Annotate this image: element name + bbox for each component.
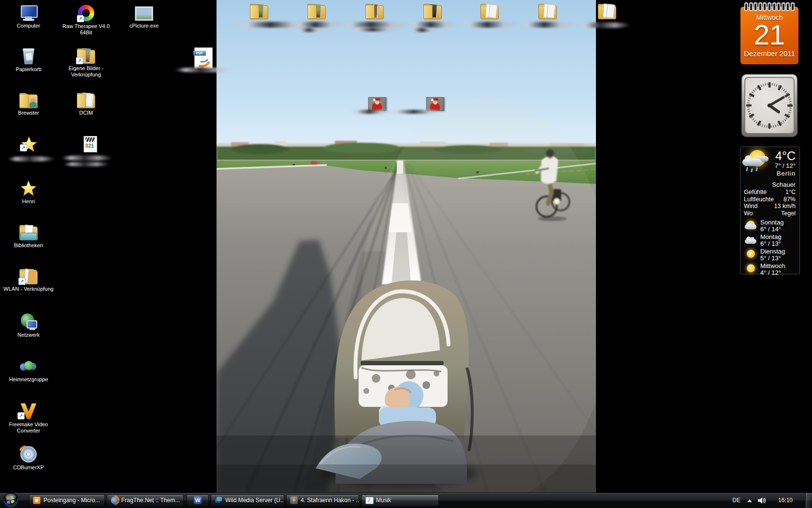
cdburnerxp-icon — [20, 446, 37, 463]
desktop-icon-netzwerk[interactable]: Netzwerk — [0, 314, 60, 338]
desktop-icon-label: CDBurnerXP — [13, 464, 44, 471]
sun-icon — [744, 249, 758, 260]
calendar-gadget[interactable]: Mittwoch 21 Dezember 2011 — [740, 2, 798, 65]
weather-forecast: Sonntag 6° / 14° Montag 6° / 13° Diensta… — [744, 219, 796, 277]
taskbar-button-firefox[interactable]: FragThe.Net :: Them... — [107, 494, 184, 506]
desktop-icon-wlan[interactable]: ↗ WLAN - Verknüpfung — [0, 269, 60, 292]
forecast-row: Montag 6° / 13° — [744, 233, 796, 247]
taskbar-button-label: Wild Media Server (U... — [225, 497, 284, 504]
shortcut-arrow-icon: ↗ — [17, 412, 25, 419]
weather-details: Gefühlte1°C Luftfeuchte87% Wind13 km/h W… — [744, 189, 796, 217]
desktop-folder-2[interactable] — [307, 4, 326, 19]
shortcut-arrow-icon: ↗ — [77, 15, 84, 22]
recycle-bin-icon — [22, 48, 35, 64]
user-folder-icon — [19, 93, 38, 108]
taskbar-button-musik[interactable]: ♪ Musik — [362, 494, 439, 506]
desktop-icon-picture-2[interactable] — [426, 97, 444, 111]
sun-icon — [744, 263, 758, 275]
taskbar-button-label: FragThe.Net :: Them... — [121, 497, 180, 504]
firefox-icon — [111, 496, 118, 504]
desktop-folder-5[interactable] — [480, 4, 499, 19]
sun-cloud-icon — [744, 220, 758, 231]
desktop-icon-media-file[interactable]: 321 — [73, 136, 107, 152]
blurred-label — [175, 67, 232, 73]
clouds-icon — [744, 234, 758, 246]
desktop-icon-label: Henri — [22, 198, 35, 205]
weather-gadget[interactable]: 4°C 7° / 12° Berlin Schauer Gefühlte1°C … — [740, 147, 800, 274]
desktop-icon-henri[interactable]: Henri — [0, 180, 60, 205]
clock-gadget[interactable] — [741, 74, 798, 140]
photo-folder-icon — [365, 4, 384, 19]
taskbar-button-wild-media-server[interactable]: Wild Media Server (U... — [211, 494, 284, 506]
start-button[interactable] — [2, 492, 19, 508]
desktop-background: Computer ↗ Raw Therapee V4.0 64Bit cPict… — [0, 0, 812, 493]
picture-thumbnail-icon — [426, 97, 444, 111]
weather-condition: Schauer — [772, 181, 796, 188]
show-hidden-icons-arrow[interactable] — [747, 499, 752, 502]
weather-range: 7° / 12° — [775, 162, 796, 169]
desktop-folder-7[interactable] — [598, 4, 616, 19]
detail-label: Wind — [744, 203, 757, 210]
detail-label: Luftfeuchte — [744, 196, 774, 203]
wild-media-server-icon — [215, 496, 222, 504]
desktop-icon-cdburnerxp[interactable]: CDBurnerXP — [0, 446, 60, 471]
calendar-spiral-binding — [744, 2, 795, 11]
desktop-icon-brewster[interactable]: Brewster — [0, 93, 60, 116]
desktop-icon-dcim[interactable]: DCIM — [55, 93, 117, 116]
desktop-folder-3[interactable] — [365, 4, 384, 19]
calendar-month-year: Dezember 2011 — [740, 49, 798, 58]
forecast-day: Mittwoch — [760, 262, 785, 269]
desktop-icon-computer[interactable]: Computer — [0, 5, 60, 29]
desktop-icon-freemake[interactable]: ↗ Freemake Video Converter — [0, 403, 60, 434]
desktop-icon-papierkorb[interactable]: Papierkorb — [0, 48, 60, 73]
desktop-icon-label: Netzwerk — [17, 332, 40, 338]
desktop-folder-1[interactable] — [250, 4, 268, 19]
desktop-icon-rawtherapee[interactable]: ↗ Raw Therapee V4.0 64Bit — [55, 5, 117, 36]
desktop-icon-label: Heimnetzgruppe — [9, 376, 48, 383]
desktop-icon-label: DCIM — [79, 110, 93, 116]
folder-icon — [598, 4, 616, 19]
wallpaper-photo — [217, 0, 596, 493]
volume-icon[interactable] — [758, 497, 766, 504]
clock-time[interactable]: 16:10 — [778, 497, 793, 504]
forecast-row: Dienstag 5° / 13° — [744, 248, 796, 262]
libraries-icon — [19, 225, 38, 240]
desktop-icon-cpicture[interactable]: cPicture.exe — [113, 6, 175, 29]
desktop-icon-picture-1[interactable] — [368, 97, 386, 111]
desktop-icon-label: Eigene Bilder - Verknüpfung — [56, 65, 116, 78]
folder-icon — [480, 4, 499, 19]
cpicture-icon — [135, 6, 153, 21]
detail-label: Gefühlte — [744, 189, 767, 196]
detail-label: Wo — [744, 210, 753, 217]
weather-condition-icon — [742, 150, 772, 174]
word-icon: W — [194, 496, 202, 504]
desktop-icon-star-shortcut[interactable]: ↗ — [12, 136, 46, 152]
taskbar-button-word[interactable]: W — [187, 494, 209, 506]
rawtherapee-icon: ↗ — [78, 5, 94, 21]
desktop-icon-label: Freemake Video Converter — [0, 421, 58, 434]
blurred-label — [408, 28, 438, 32]
blurred-label — [290, 22, 346, 28]
computer-icon — [20, 5, 37, 21]
winamp-icon — [290, 496, 298, 504]
desktop-folder-6[interactable] — [538, 4, 557, 19]
show-desktop-button[interactable] — [805, 493, 812, 508]
desktop-icon-label: Computer — [17, 23, 40, 29]
photo-folder-icon — [423, 4, 442, 19]
windows7-desktop: { "desktop": { "icons": [ {"label": "Com… — [0, 0, 812, 508]
blurred-label — [296, 28, 325, 32]
forecast-temps: 4° / 12° — [760, 269, 781, 276]
taskbar-button-outlook[interactable]: Posteingang - Micro... — [29, 494, 105, 506]
desktop-icon-pdf[interactable]: PDF — [194, 47, 213, 69]
language-indicator[interactable]: DE — [732, 497, 740, 504]
taskbar-button-winamp[interactable]: 4. Stafraenn Hakon - ... — [286, 494, 359, 506]
desktop-icon-heimnetzgruppe[interactable]: Heimnetzgruppe — [0, 359, 60, 383]
pdf-file-icon: PDF — [194, 47, 213, 69]
blurred-label — [518, 22, 576, 28]
desktop-icon-eigene-bilder[interactable]: ↗ Eigene Bilder - Verknüpfung — [55, 48, 117, 78]
music-folder-icon: ♪ — [365, 496, 373, 504]
desktop-icon-bibliotheken[interactable]: Bibliotheken — [0, 225, 60, 249]
desktop-folder-4[interactable] — [423, 4, 442, 19]
taskbar: Posteingang - Micro... FragThe.Net :: Th… — [0, 493, 812, 508]
photo-folder-icon — [307, 4, 326, 19]
